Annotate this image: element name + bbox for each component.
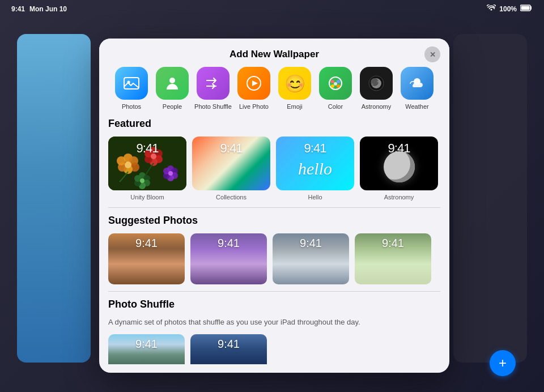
unity-bloom-label: Unity Bloom bbox=[130, 194, 164, 201]
svg-rect-2 bbox=[124, 78, 139, 89]
svg-rect-1 bbox=[521, 6, 530, 10]
weather-icon bbox=[401, 67, 434, 100]
category-emoji[interactable]: 😊 Emoji bbox=[275, 67, 314, 110]
desert-thumb: 9:41 bbox=[108, 233, 185, 284]
collections-label: Collections bbox=[216, 194, 246, 201]
wifi-icon bbox=[487, 5, 496, 13]
shuffle-label: Photo Shuffle bbox=[194, 103, 232, 110]
svg-point-8 bbox=[331, 80, 334, 83]
unity-bloom-thumb: 9:41 bbox=[108, 137, 186, 190]
add-wallpaper-button[interactable]: + bbox=[490, 350, 516, 376]
people-label: People bbox=[163, 103, 182, 110]
photo-shuffle-title: Photo Shuffle bbox=[108, 299, 440, 310]
status-date: Mon Jun 10 bbox=[29, 5, 67, 13]
astronomy-label-2: Astronomy bbox=[384, 194, 414, 201]
svg-point-16 bbox=[371, 83, 373, 86]
mountains-thumb: 9:41 bbox=[108, 334, 185, 364]
emoji-label: Emoji bbox=[287, 103, 303, 110]
svg-point-46 bbox=[168, 171, 173, 176]
mountains-time: 9:41 bbox=[108, 338, 185, 351]
suggested-photo-1[interactable]: 9:41 bbox=[108, 233, 185, 284]
ocean-thumb: 9:41 bbox=[190, 334, 267, 364]
collections-time: 9:41 bbox=[192, 141, 270, 156]
featured-collections[interactable]: 9:41 Collections bbox=[192, 137, 270, 201]
emoji-icon: 😊 bbox=[278, 67, 311, 100]
photos-label: Photos bbox=[122, 103, 141, 110]
photos-icon bbox=[115, 67, 148, 100]
battery-percentage: 100% bbox=[499, 5, 517, 13]
suggested-photos-title: Suggested Photos bbox=[108, 215, 440, 227]
moon-visual bbox=[384, 151, 415, 182]
unity-bloom-time: 9:41 bbox=[108, 141, 186, 156]
add-wallpaper-modal: Add New Wallpaper ✕ Photos People bbox=[99, 39, 449, 373]
livephoto-label: Live Photo bbox=[239, 103, 269, 110]
svg-point-25 bbox=[125, 161, 131, 168]
hello-time: 9:41 bbox=[276, 141, 354, 156]
svg-point-10 bbox=[331, 84, 334, 88]
photo-shuffle-section: Photo Shuffle A dynamic set of photos th… bbox=[108, 299, 440, 364]
hello-label: Hello bbox=[308, 194, 322, 201]
svg-point-4 bbox=[169, 78, 175, 83]
svg-point-11 bbox=[337, 84, 340, 88]
featured-section: Featured bbox=[108, 118, 440, 201]
featured-hello[interactable]: 9:41 hello Hello bbox=[276, 137, 354, 201]
wallpaper-left-preview[interactable] bbox=[17, 34, 91, 363]
battery-icon bbox=[520, 5, 533, 13]
category-color[interactable]: Color bbox=[316, 67, 355, 110]
wallpaper-right-preview[interactable] bbox=[453, 34, 527, 363]
color-label: Color bbox=[328, 103, 343, 110]
shuffle-grid: 9:41 9:41 bbox=[108, 334, 440, 364]
status-bar: 9:41 Mon Jun 10 100% bbox=[0, 5, 544, 13]
coastal-time: 9:41 bbox=[273, 237, 349, 250]
divider-2 bbox=[108, 291, 440, 292]
modal-scroll-content[interactable]: Featured bbox=[99, 118, 449, 364]
purple-time: 9:41 bbox=[190, 237, 267, 250]
hills-thumb: 9:41 bbox=[355, 233, 431, 284]
ocean-time: 9:41 bbox=[190, 338, 267, 351]
featured-title: Featured bbox=[108, 118, 440, 130]
category-weather[interactable]: Weather bbox=[398, 67, 436, 110]
hello-text: hello bbox=[298, 159, 332, 178]
status-time: 9:41 bbox=[11, 5, 25, 13]
weather-label: Weather bbox=[405, 103, 428, 110]
category-row: Photos People Photo Shuffle bbox=[99, 67, 449, 118]
coastal-thumb: 9:41 bbox=[273, 233, 349, 284]
photo-shuffle-desc: A dynamic set of photos that shuffle as … bbox=[108, 317, 440, 327]
svg-point-12 bbox=[334, 82, 337, 86]
livephoto-icon bbox=[237, 67, 270, 100]
suggested-photo-2[interactable]: 9:41 bbox=[190, 233, 267, 284]
svg-point-24 bbox=[117, 156, 126, 165]
category-people[interactable]: People bbox=[153, 67, 192, 110]
purple-thumb: 9:41 bbox=[190, 233, 267, 284]
suggested-photo-4[interactable]: 9:41 bbox=[355, 233, 431, 284]
suggested-photos-section: Suggested Photos 9:41 9:41 9:41 bbox=[108, 215, 440, 284]
photos-grid: 9:41 9:41 9:41 9:41 bbox=[108, 233, 440, 284]
modal-header: Add New Wallpaper ✕ bbox=[99, 39, 449, 67]
category-astronomy[interactable]: Astronomy bbox=[357, 67, 396, 110]
desert-time: 9:41 bbox=[108, 237, 185, 250]
category-photo-shuffle[interactable]: Photo Shuffle bbox=[194, 67, 232, 110]
astronomy-thumb: 9:41 bbox=[360, 137, 438, 190]
featured-unity-bloom[interactable]: 9:41 Unity Bloom bbox=[108, 137, 186, 201]
collections-thumb: 9:41 bbox=[192, 137, 270, 190]
color-icon bbox=[319, 67, 352, 100]
close-button[interactable]: ✕ bbox=[424, 46, 440, 62]
featured-astronomy[interactable]: 9:41 Astronomy bbox=[360, 137, 438, 201]
hills-time: 9:41 bbox=[355, 237, 431, 250]
astronomy-icon bbox=[360, 67, 393, 100]
people-icon bbox=[156, 67, 189, 100]
hello-thumb: 9:41 hello bbox=[276, 137, 354, 190]
divider-1 bbox=[108, 207, 440, 208]
svg-point-39 bbox=[140, 178, 144, 183]
modal-title: Add New Wallpaper bbox=[230, 49, 319, 60]
astronomy-label: Astronomy bbox=[362, 103, 392, 110]
shuffle-photo-1[interactable]: 9:41 bbox=[108, 334, 185, 364]
category-live-photo[interactable]: Live Photo bbox=[235, 67, 273, 110]
svg-point-9 bbox=[337, 80, 340, 83]
featured-grid: 9:41 Unity Bloom 9:41 Collections 9:41 h… bbox=[108, 137, 440, 201]
shuffle-icon bbox=[197, 67, 230, 100]
category-photos[interactable]: Photos bbox=[112, 67, 151, 110]
shuffle-photo-2[interactable]: 9:41 bbox=[190, 334, 267, 364]
suggested-photo-3[interactable]: 9:41 bbox=[273, 233, 349, 284]
svg-point-17 bbox=[377, 81, 379, 83]
